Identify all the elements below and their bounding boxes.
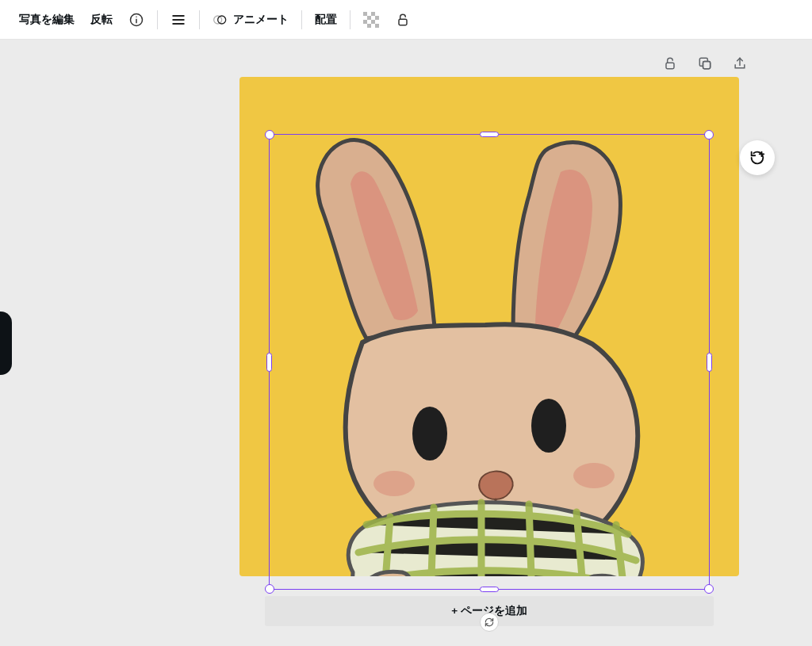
resize-handle-n[interactable]: [480, 132, 499, 137]
transparency-icon: [363, 12, 379, 28]
svg-rect-11: [367, 16, 371, 20]
svg-point-25: [573, 463, 615, 488]
floating-action-button[interactable]: [740, 140, 775, 175]
transparency-button[interactable]: [355, 0, 387, 40]
sync-icon: [484, 617, 495, 628]
svg-rect-13: [363, 20, 367, 24]
svg-rect-16: [375, 24, 379, 28]
resize-handle-ne[interactable]: [704, 130, 714, 140]
unlock-icon: [662, 55, 678, 71]
svg-point-23: [531, 399, 566, 453]
toolbar-separator: [199, 10, 200, 29]
svg-rect-10: [371, 12, 375, 16]
svg-rect-20: [703, 62, 710, 69]
svg-rect-9: [363, 12, 367, 16]
expand-sidepanel-handle[interactable]: [0, 312, 12, 375]
edit-photo-label: 写真を編集: [19, 13, 75, 27]
sync-button[interactable]: [480, 613, 499, 632]
svg-rect-17: [399, 19, 407, 25]
workspace: + ページを追加: [0, 40, 812, 646]
list-button[interactable]: [163, 0, 194, 40]
resize-handle-s[interactable]: [480, 587, 499, 592]
svg-point-24: [373, 471, 415, 496]
toolbar-separator: [301, 10, 302, 29]
context-toolbar: 写真を編集 反転 アニメート 配置: [0, 0, 812, 40]
upload-icon: [732, 55, 748, 71]
position-label: 配置: [315, 13, 337, 27]
page-lock-button[interactable]: [661, 55, 679, 72]
svg-point-22: [412, 407, 447, 461]
animate-icon: [213, 12, 228, 28]
svg-rect-18: [666, 63, 674, 69]
resize-handle-w[interactable]: [266, 353, 272, 372]
duplicate-page-button[interactable]: [696, 55, 714, 72]
animate-label: アニメート: [233, 13, 289, 27]
refresh-plus-icon: [749, 149, 766, 166]
flip-label: 反転: [90, 13, 113, 27]
flip-button[interactable]: 反転: [82, 0, 121, 40]
svg-point-2: [136, 16, 137, 17]
share-page-button[interactable]: [731, 55, 749, 72]
svg-rect-15: [367, 24, 371, 28]
info-icon: [128, 12, 144, 28]
page-actions: [661, 55, 749, 72]
animate-button[interactable]: アニメート: [205, 0, 297, 40]
resize-handle-se[interactable]: [704, 584, 714, 594]
canvas-background: [239, 77, 739, 576]
svg-rect-14: [371, 20, 375, 24]
resize-handle-e[interactable]: [707, 353, 712, 372]
edit-photo-button[interactable]: 写真を編集: [11, 0, 82, 40]
duplicate-icon: [697, 55, 713, 71]
lock-button[interactable]: [387, 0, 419, 40]
canvas[interactable]: [239, 77, 739, 576]
unlock-icon: [395, 12, 411, 28]
list-icon: [170, 12, 186, 28]
resize-handle-sw[interactable]: [265, 584, 274, 594]
resize-handle-nw[interactable]: [265, 130, 274, 140]
selected-image[interactable]: [275, 128, 703, 576]
info-button[interactable]: [121, 0, 152, 40]
toolbar-separator: [157, 10, 158, 29]
toolbar-separator: [350, 10, 350, 29]
position-button[interactable]: 配置: [307, 0, 345, 40]
svg-rect-12: [375, 16, 379, 20]
